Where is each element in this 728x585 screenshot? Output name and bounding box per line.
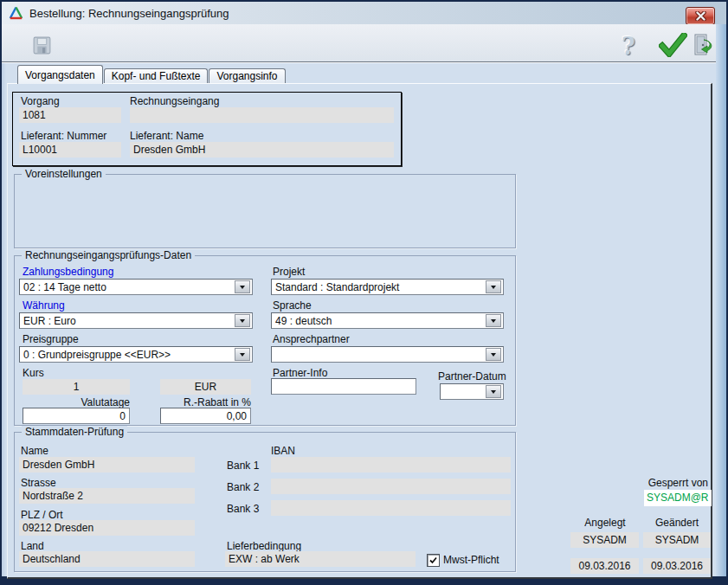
chevron-down-icon[interactable] (235, 348, 250, 361)
kurs-currency-field: EUR (160, 379, 251, 395)
chevron-down-icon[interactable] (235, 314, 250, 327)
name-field: Dresden GmbH (19, 457, 195, 472)
name-label: Name (21, 445, 48, 457)
zahlungsbedingung-label: Zahlungsbedingung (23, 266, 113, 278)
preisgruppe-combobox[interactable]: 0 : Grundpreisgruppe <<EUR>> (19, 346, 253, 363)
iban-label: IBAN (271, 445, 295, 457)
lieferant-name-field: Dresden GmbH (130, 142, 394, 158)
window-frame-left (2, 24, 6, 576)
pruefungs-daten-group-title: Rechnungseingangsprüfungs-Daten (22, 249, 195, 261)
kurs-field: 1 (23, 379, 130, 395)
green-checkmark-icon (659, 33, 687, 57)
chevron-down-icon[interactable] (486, 348, 501, 361)
geaendert-label: Geändert (646, 517, 708, 529)
toolbar (2, 24, 716, 62)
land-label: Land (21, 540, 44, 552)
chevron-down-icon[interactable] (486, 280, 501, 293)
stammdaten-group-title: Stammdaten-Prüfung (22, 426, 127, 438)
window-title: Bestellung: Rechnungseingangsprüfung (29, 7, 229, 20)
partner-datum-label: Partner-Datum (438, 370, 506, 382)
rabatt-label: R.-Rabatt in % (160, 396, 251, 408)
voreinstellungen-group-title: Voreinstellungen (22, 168, 106, 180)
bank2-field (271, 479, 511, 494)
bank3-field (271, 500, 511, 516)
geaendert-user-field: SYSADM (643, 532, 711, 548)
zahlungsbedingung-combobox[interactable]: 02 : 14 Tage netto (19, 279, 253, 295)
vorgang-label: Vorgang (21, 95, 60, 107)
strasse-field: Nordstraße 2 (19, 488, 195, 504)
rechnungseingang-field (130, 107, 394, 123)
partner-datum-combobox[interactable] (440, 383, 504, 400)
window-frame-right (716, 24, 726, 576)
checkmark-icon (429, 556, 437, 564)
bank2-label: Bank 2 (227, 481, 259, 493)
sprache-label: Sprache (273, 299, 312, 312)
angelegt-user-field: SYSADM (570, 532, 639, 548)
tab-strip: Vorgangsdaten Kopf- und Fußtexte Vorgang… (17, 67, 287, 84)
confirm-ok-button[interactable] (656, 32, 689, 58)
bank1-field (271, 457, 511, 472)
title-bar: Bestellung: Rechnungseingangsprüfung (2, 2, 726, 24)
lieferant-nummer-field: L10001 (19, 142, 121, 158)
tab-kopf-und-fusstexte[interactable]: Kopf- und Fußtexte (104, 68, 209, 84)
floppy-disk-icon (31, 35, 53, 56)
help-button[interactable]: ? (613, 33, 644, 59)
lieferbedingung-label: Lieferbedingung (227, 540, 301, 552)
gesperrt-von-label: Gesperrt von (639, 477, 708, 489)
exit-button[interactable] (691, 32, 715, 58)
chevron-down-icon[interactable] (486, 385, 501, 398)
vorgang-field: 1081 (19, 107, 121, 123)
question-mark-icon: ? (622, 33, 635, 60)
close-x-icon (695, 11, 706, 21)
kurs-label: Kurs (23, 367, 44, 379)
geaendert-datum-field: 09.03.2016 (643, 558, 711, 574)
close-button[interactable] (686, 7, 715, 25)
door-exit-icon (693, 33, 713, 57)
lieferant-name-label: Lieferant: Name (130, 130, 203, 142)
strasse-label: Strasse (21, 477, 56, 489)
lieferbedingung-field: EXW : ab Werk (225, 551, 416, 567)
app-logo-triangle-icon (9, 6, 23, 20)
valutatage-input[interactable] (23, 408, 130, 424)
bank1-label: Bank 1 (227, 460, 259, 472)
waehrung-label: Währung (23, 299, 65, 312)
voreinstellungen-group: Voreinstellungen (14, 174, 516, 248)
rechnungseingang-label: Rechnungseingang (130, 95, 219, 107)
angelegt-datum-field: 09.03.2016 (570, 558, 639, 574)
tab-vorgangsdaten[interactable]: Vorgangsdaten (17, 65, 103, 84)
land-field: Deutschland (19, 551, 195, 567)
save-button[interactable] (29, 33, 54, 57)
ansprechpartner-combobox[interactable] (271, 346, 504, 363)
mwst-pflicht-checkbox[interactable] (427, 554, 440, 567)
plz-ort-label: PLZ / Ort (21, 509, 63, 521)
gesperrt-von-field: SYSADM@R (644, 490, 712, 506)
mwst-pflicht-label: Mwst-Pflicht (443, 554, 499, 566)
chevron-down-icon[interactable] (486, 314, 501, 327)
partner-info-label: Partner-Info (273, 367, 327, 379)
preisgruppe-label: Preisgruppe (23, 333, 79, 345)
application-window: Bestellung: Rechnungseingangsprüfung ? (0, 0, 728, 585)
plz-ort-field: 09212 Dresden (19, 520, 195, 536)
chevron-down-icon[interactable] (235, 280, 250, 293)
lieferant-nummer-label: Lieferant: Nummer (21, 130, 106, 142)
bank3-label: Bank 3 (227, 503, 259, 515)
angelegt-label: Angelegt (575, 517, 635, 529)
valutatage-label: Valutatage (23, 396, 130, 408)
sprache-combobox[interactable]: 49 : deutsch (271, 312, 504, 329)
rabatt-input[interactable] (160, 408, 251, 424)
projekt-combobox[interactable]: Standard : Standardprojekt (271, 279, 504, 295)
partner-info-input[interactable] (271, 378, 416, 395)
tab-vorgangsinfo[interactable]: Vorgangsinfo (209, 68, 285, 84)
waehrung-combobox[interactable]: EUR : Euro (19, 312, 253, 329)
ansprechpartner-label: Ansprechpartner (273, 333, 350, 345)
projekt-label: Projekt (273, 266, 305, 278)
